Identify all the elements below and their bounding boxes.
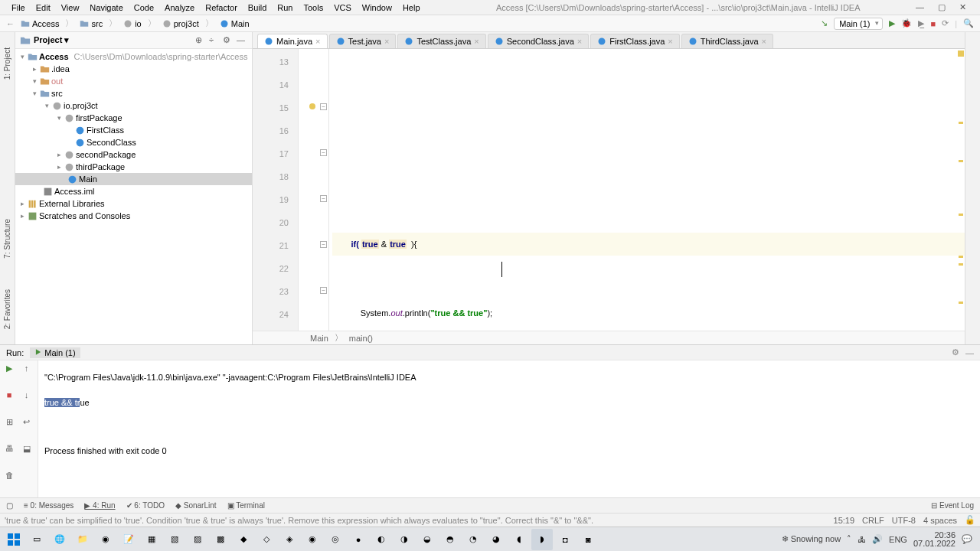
sonarlint-tool[interactable]: ◆ SonarLint [175,501,217,510]
project-tree[interactable]: ▾Access C:\Users\Dm\Downloads\spring-sta… [15,49,252,344]
taskbar[interactable]: ▭ 🌐 📁 ◉ 📝 ▦ ▧ ▨ ▩ ◆ ◇ ◈ ◉ ◎ ● ◐ ◑ ◒ ◓ ◔ … [0,527,980,551]
close-icon[interactable]: × [315,37,320,46]
tree-main[interactable]: Main [15,173,252,185]
layout-button[interactable]: ⊞ [3,417,15,429]
crumb-file[interactable]: Main [217,19,253,28]
print-button[interactable]: 🖶 [3,444,15,456]
run-config-selector[interactable]: Main (1) [834,18,883,30]
down-button[interactable]: ↓ [21,390,33,403]
search-everywhere[interactable]: 🔍 [963,18,974,28]
network-icon[interactable]: 🖧 [858,535,866,544]
crumb-project[interactable]: Access [18,19,62,28]
terminal-tool[interactable]: ▣ Terminal [227,501,265,510]
tree-first-pkg[interactable]: ▾firstPackage [15,112,252,124]
clock[interactable]: 20:3607.01.2022 [913,531,956,548]
collapse-icon[interactable]: ÷ [209,35,220,46]
menu-run[interactable]: Run [272,3,298,12]
tree-iml[interactable]: Access.iml [15,185,252,197]
fold-icon[interactable]: − [320,149,327,156]
app-icon[interactable]: ▧ [164,529,185,550]
close-button[interactable]: ✕ [959,2,966,12]
fold-gutter[interactable]: − − − − − − [299,49,329,331]
menu-code[interactable]: Code [129,3,159,12]
app-icon[interactable]: ◔ [462,529,484,550]
app-icon[interactable]: ◖ [508,529,530,550]
structure-tool-button[interactable]: 7: Structure [3,219,11,259]
menu-file[interactable]: File [6,3,31,12]
hide-icon[interactable]: — [237,35,247,46]
messages-tool[interactable]: ≡ 0: Messages [24,501,74,510]
weather-widget[interactable]: ❄ Snowing now [782,534,841,544]
notifications-icon[interactable]: 💬 [962,534,972,544]
fold-icon[interactable]: − [320,195,327,202]
run-tool[interactable]: ▶ 4: Run [84,501,115,510]
crumb-io[interactable]: io [120,19,145,28]
menu-tools[interactable]: Tools [298,3,328,12]
intellij-icon[interactable]: ◗ [531,529,553,550]
app-icon[interactable]: ◑ [394,529,415,550]
app-icon[interactable]: ◓ [439,529,461,550]
app-icon[interactable]: ◕ [485,529,507,550]
app-icon[interactable]: ◉ [302,529,323,550]
menu-help[interactable]: Help [397,3,426,12]
menu-refactor[interactable]: Refactor [200,3,243,12]
run-button[interactable]: ▶ [889,18,895,28]
fold-icon[interactable]: − [320,287,327,294]
wrap-button[interactable]: ↩ [21,417,33,429]
tree-pkg[interactable]: ▾io.proj3ct [15,99,252,112]
task-view[interactable]: ▭ [26,529,47,550]
encoding[interactable]: UTF-8 [892,516,916,525]
app-icon[interactable]: ▦ [141,529,162,550]
app-icon[interactable]: ▩ [210,529,231,550]
app-icon[interactable]: ◒ [416,529,438,550]
app-icon[interactable]: ◙ [577,529,599,550]
run-config-name[interactable]: Main (1) [30,347,80,358]
app-icon[interactable]: ◈ [279,529,300,550]
tree-out[interactable]: ▾out [15,75,252,87]
maximize-button[interactable]: ▢ [938,2,946,12]
tab-test[interactable]: Test.java× [329,34,397,48]
cursor-position[interactable]: 15:19 [834,516,855,525]
tree-scratches[interactable]: ▸Scratches and Consoles [15,210,252,222]
tray-chevron[interactable]: ˄ [847,534,851,544]
menu-view[interactable]: View [56,3,85,12]
edge-icon[interactable]: 🌐 [49,529,70,550]
indent[interactable]: 4 spaces [923,516,957,525]
rerun-button[interactable]: ▶ [3,364,15,376]
crumb-src[interactable]: src [77,19,106,28]
readonly-icon[interactable]: 🔓 [965,515,975,525]
app-icon[interactable]: ● [348,529,369,550]
scroll-button[interactable]: ⬓ [21,444,33,456]
settings-icon[interactable]: ⚙ [223,35,234,46]
menu-build[interactable]: Build [243,3,272,12]
run-hide-icon[interactable]: — [965,348,974,357]
code-editor[interactable]: 13141516171819202122232425 − − − − − − i… [253,49,965,331]
stop-run-button[interactable]: ■ [3,390,15,403]
menu-edit[interactable]: Edit [31,3,56,12]
app-icon[interactable]: ◐ [371,529,392,550]
volume-icon[interactable]: 🔊 [872,534,883,544]
tab-main[interactable]: Main.java× [257,34,328,48]
console-output[interactable]: "C:\Program Files\Java\jdk-11.0.9\bin\ja… [38,360,980,497]
locate-icon[interactable]: ⊕ [195,35,206,46]
tree-src[interactable]: ▾src [15,87,252,99]
project-tool-button[interactable]: 1: Project [3,47,11,80]
warning-icon[interactable] [309,103,315,109]
menu-analyze[interactable]: Analyze [159,3,200,12]
explorer-icon[interactable]: 📁 [72,529,93,550]
tree-secondclass[interactable]: SecondClass [15,136,252,148]
run-settings-icon[interactable]: ⚙ [952,347,959,357]
crumb-pkg[interactable]: proj3ct [159,19,202,28]
tree-third-pkg[interactable]: ▸thirdPackage [15,161,252,173]
notepad-icon[interactable]: 📝 [118,529,139,550]
tree-second-pkg[interactable]: ▸secondPackage [15,148,252,161]
tab-testclass[interactable]: TestClass.java× [397,34,485,48]
status-icon[interactable]: ▢ [6,501,13,510]
tab-secondclass[interactable]: SecondClass.java× [488,34,590,48]
menu-vcs[interactable]: VCS [328,3,357,12]
debug-button[interactable]: 🐞 [901,18,912,28]
language-icon[interactable]: ENG [889,535,907,544]
app-icon[interactable]: ▨ [187,529,208,550]
tree-idea[interactable]: ▸.idea [15,63,252,75]
menu-window[interactable]: Window [357,3,397,12]
